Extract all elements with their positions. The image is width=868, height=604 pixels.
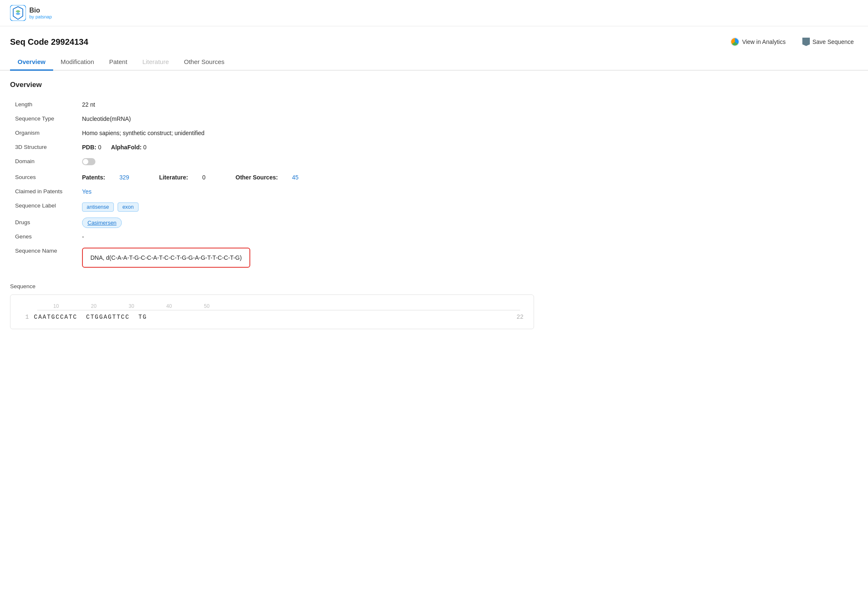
save-sequence-button[interactable]: Save Sequence [798, 35, 858, 49]
value-claimed-patents: Yes [77, 184, 534, 199]
seq-ruler: 10 20 30 40 50 [21, 303, 524, 309]
row-claimed-patents: Claimed in Patents Yes [10, 184, 534, 199]
seq-line: 1 CAATGCCATC CTGGAGTTCC TG 22 [21, 314, 524, 320]
logo-icon [10, 5, 26, 21]
analytics-icon [730, 37, 740, 46]
value-organism: Homo sapiens; synthetic construct; unide… [77, 126, 534, 140]
logo-by: by patsnap [29, 14, 52, 20]
label-3d-structure: 3D Structure [10, 140, 77, 154]
alphafold-value: 0 [143, 144, 146, 151]
ruler-50: 50 [188, 303, 226, 309]
row-3d-structure: 3D Structure PDB: 0 AlphaFold: 0 [10, 140, 534, 154]
main-content: Overview Length 22 nt Sequence Type Nucl… [0, 71, 544, 346]
logo-area: Bio by patsnap [10, 5, 52, 21]
sequence-label: Sequence [10, 280, 534, 291]
label-domain: Domain [10, 154, 77, 170]
value-sequence-label: antisense exon [77, 199, 534, 215]
overview-table: Length 22 nt Sequence Type Nucleotide(mR… [10, 97, 534, 271]
row-sequence-label: Sequence Label antisense exon [10, 199, 534, 215]
label-length: Length [10, 97, 77, 112]
label-sequence-type: Sequence Type [10, 112, 77, 126]
value-sequence-type: Nucleotide(mRNA) [77, 112, 534, 126]
save-icon [802, 38, 810, 46]
label-organism: Organism [10, 126, 77, 140]
value-drugs: Casimersen [77, 215, 534, 230]
tag-antisense: antisense [82, 202, 114, 212]
pdb-value: 0 [98, 144, 101, 151]
seq-line-num: 1 [21, 314, 29, 320]
ruler-30: 30 [113, 303, 150, 309]
seq-code-title: Seq Code 29924134 [10, 37, 88, 47]
ruler-line [37, 310, 520, 310]
alphafold-label: AlphaFold: [111, 144, 143, 151]
save-sequence-label: Save Sequence [812, 38, 854, 45]
value-sequence-name: DNA, d(C-A-A-T-G-C-C-A-T-C-C-T-G-G-A-G-T… [77, 244, 534, 271]
ruler-10: 10 [37, 303, 75, 309]
row-genes: Genes - [10, 230, 534, 244]
value-genes: - [77, 230, 534, 244]
row-organism: Organism Homo sapiens; synthetic constru… [10, 126, 534, 140]
label-genes: Genes [10, 230, 77, 244]
tabs-bar: Overview Modification Patent Literature … [0, 54, 868, 71]
sequence-section: Sequence 10 20 30 40 50 1 CAATGCCATC CTG… [10, 280, 534, 329]
label-sequence-name: Sequence Name [10, 244, 77, 271]
row-sequence-name: Sequence Name DNA, d(C-A-A-T-G-C-C-A-T-C… [10, 244, 534, 271]
label-sequence-label: Sequence Label [10, 199, 77, 215]
value-sources: Patents: 329 Literature: 0 Other Sources… [77, 170, 534, 184]
row-sources: Sources Patents: 329 Literature: 0 Other… [10, 170, 534, 184]
tab-literature: Literature [135, 54, 176, 71]
seq-data: CAATGCCATC CTGGAGTTCC TG [34, 314, 511, 320]
seq-end-num: 22 [516, 314, 524, 320]
sequence-name-box: DNA, d(C-A-A-T-G-C-C-A-T-C-C-T-G-G-A-G-T… [82, 248, 250, 268]
value-3d-structure: PDB: 0 AlphaFold: 0 [77, 140, 534, 154]
label-claimed-patents: Claimed in Patents [10, 184, 77, 199]
ruler-40: 40 [150, 303, 188, 309]
tag-exon: exon [118, 202, 138, 212]
patents-link[interactable]: 329 [119, 174, 129, 181]
other-sources-link[interactable]: 45 [292, 174, 299, 181]
label-sources: Sources [10, 170, 77, 184]
view-analytics-label: View in Analytics [742, 38, 786, 45]
pdb-label: PDB: [82, 144, 98, 151]
claimed-patents-link[interactable]: Yes [82, 188, 92, 195]
tab-modification[interactable]: Modification [53, 54, 102, 71]
literature-label: Literature: [159, 174, 190, 181]
tab-patent[interactable]: Patent [102, 54, 135, 71]
row-length: Length 22 nt [10, 97, 534, 112]
row-domain: Domain [10, 154, 534, 170]
value-domain [77, 154, 534, 170]
overview-section-title: Overview [10, 81, 534, 89]
page-header: Seq Code 29924134 View in Analytics Save… [0, 26, 868, 54]
logo-text: Bio by patsnap [29, 6, 52, 20]
literature-value: 0 [202, 174, 205, 181]
view-analytics-button[interactable]: View in Analytics [726, 35, 790, 49]
other-sources-label: Other Sources: [236, 174, 280, 181]
row-drugs: Drugs Casimersen [10, 215, 534, 230]
domain-toggle[interactable] [82, 158, 95, 165]
ruler-20: 20 [75, 303, 113, 309]
patents-label: Patents: [82, 174, 107, 181]
header-actions: View in Analytics Save Sequence [726, 35, 858, 49]
drug-casimersen-link[interactable]: Casimersen [82, 218, 122, 228]
sequence-box: 10 20 30 40 50 1 CAATGCCATC CTGGAGTTCC T… [10, 294, 534, 329]
tab-overview[interactable]: Overview [10, 54, 53, 71]
logo-bio: Bio [29, 6, 52, 14]
row-sequence-type: Sequence Type Nucleotide(mRNA) [10, 112, 534, 126]
tab-other-sources[interactable]: Other Sources [177, 54, 232, 71]
label-drugs: Drugs [10, 215, 77, 230]
value-length: 22 nt [77, 97, 534, 112]
